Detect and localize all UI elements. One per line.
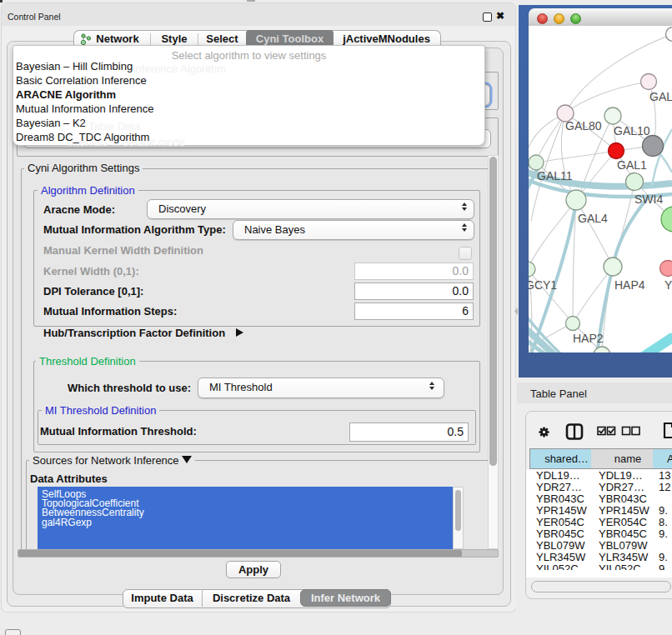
svg-text:GAL4: GAL4 (578, 212, 608, 225)
svg-text:GAL80: GAL80 (565, 119, 602, 132)
svg-text:GAL2: GAL2 (649, 90, 672, 103)
svg-text:GCY1: GCY1 (529, 278, 557, 292)
svg-text:GAL11: GAL11 (537, 169, 573, 182)
svg-text:HAP4: HAP4 (614, 278, 645, 292)
svg-text:GAL10: GAL10 (614, 124, 650, 138)
svg-text:YM: YM (664, 278, 672, 292)
svg-text:GAL1: GAL1 (617, 158, 647, 172)
svg-text:HAP2: HAP2 (573, 332, 604, 345)
svg-text:SWI4: SWI4 (634, 192, 663, 206)
